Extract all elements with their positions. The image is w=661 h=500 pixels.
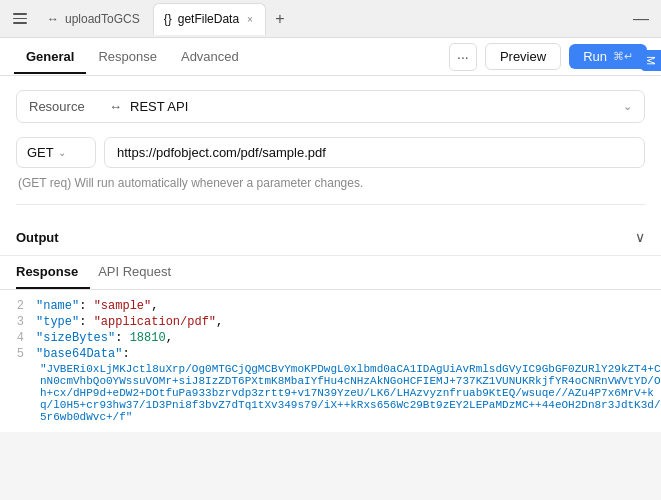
tab-advanced[interactable]: Advanced bbox=[169, 41, 251, 74]
resource-value: REST API bbox=[130, 99, 623, 114]
line-content-4: "sizeBytes": 18810, bbox=[36, 331, 661, 345]
run-shortcut: ⌘↵ bbox=[613, 50, 633, 63]
output-section: Output ∨ Response API Request 2 "name": … bbox=[0, 219, 661, 432]
top-bar: ↔ uploadToGCS {} getFileData × + — bbox=[0, 0, 661, 38]
tab2-close-icon[interactable]: × bbox=[245, 13, 255, 26]
resource-label: Resource bbox=[29, 99, 109, 114]
method-select[interactable]: GET ⌄ bbox=[16, 137, 96, 168]
resource-icon: ↔ bbox=[109, 99, 122, 114]
code-line-3: 3 "type": "application/pdf", bbox=[0, 314, 661, 330]
key-type: "type" bbox=[36, 315, 79, 329]
tab1-label: uploadToGCS bbox=[65, 12, 140, 26]
line-num-5: 5 bbox=[0, 347, 36, 361]
line-content-5: "base64Data": bbox=[36, 347, 661, 361]
val-size-bytes: 18810 bbox=[130, 331, 166, 345]
more-options-button[interactable]: ··· bbox=[449, 43, 477, 71]
menu-icon[interactable] bbox=[8, 7, 32, 31]
method-label: GET bbox=[27, 145, 54, 160]
response-tabs: Response API Request bbox=[0, 256, 661, 290]
preview-button[interactable]: Preview bbox=[485, 43, 561, 70]
line-num-long bbox=[0, 363, 36, 423]
response-tab-response[interactable]: Response bbox=[16, 256, 90, 289]
key-base64-data: "base64Data" bbox=[36, 347, 122, 361]
code-line-long: "JVBERi0xLjMKJctl8uXrp/Og0MTGCjQgMCBvYmo… bbox=[0, 362, 661, 424]
tabs-row: ↔ uploadToGCS {} getFileData × + bbox=[36, 3, 625, 35]
add-tab-button[interactable]: + bbox=[268, 7, 292, 31]
tab2-icon: {} bbox=[164, 12, 172, 26]
val-type: "application/pdf" bbox=[94, 315, 216, 329]
line-content-2: "name": "sample", bbox=[36, 299, 661, 313]
toolbar-actions: ··· Preview Run ⌘↵ bbox=[449, 43, 647, 71]
output-header: Output ∨ bbox=[0, 219, 661, 256]
tab-upload-to-gcs[interactable]: ↔ uploadToGCS bbox=[36, 3, 151, 35]
val-base64-data: "JVBERi0xLjMKJctl8uXrp/Og0MTGCjQgMCBvYmo… bbox=[36, 363, 661, 423]
right-sidebar-tab[interactable]: M bbox=[641, 50, 661, 71]
section-divider bbox=[16, 204, 645, 205]
url-input[interactable] bbox=[104, 137, 645, 168]
code-output: 2 "name": "sample", 3 "type": "applicati… bbox=[0, 290, 661, 432]
main-content: Resource ↔ REST API ⌄ GET ⌄ (GET req) Wi… bbox=[0, 76, 661, 219]
response-tab-api-request[interactable]: API Request bbox=[98, 256, 183, 289]
run-label: Run bbox=[583, 49, 607, 64]
key-size-bytes: "sizeBytes" bbox=[36, 331, 115, 345]
key-name: "name" bbox=[36, 299, 79, 313]
line-num-4: 4 bbox=[0, 331, 36, 345]
line-content-3: "type": "application/pdf", bbox=[36, 315, 661, 329]
tab-response[interactable]: Response bbox=[86, 41, 169, 74]
tab2-label: getFileData bbox=[178, 12, 239, 26]
collapse-button[interactable]: — bbox=[629, 7, 653, 31]
output-chevron-icon[interactable]: ∨ bbox=[635, 229, 645, 245]
tab-general[interactable]: General bbox=[14, 41, 86, 74]
val-name: "sample" bbox=[94, 299, 152, 313]
method-chevron-icon: ⌄ bbox=[58, 147, 66, 158]
hint-text: (GET req) Will run automatically wheneve… bbox=[16, 176, 645, 190]
tab-get-file-data[interactable]: {} getFileData × bbox=[153, 3, 266, 35]
run-button[interactable]: Run ⌘↵ bbox=[569, 44, 647, 69]
sub-tabs-bar: General Response Advanced ··· Preview Ru… bbox=[0, 38, 661, 76]
output-title: Output bbox=[16, 230, 59, 245]
resource-chevron-icon: ⌄ bbox=[623, 100, 632, 113]
url-row: GET ⌄ bbox=[16, 137, 645, 168]
line-num-2: 2 bbox=[0, 299, 36, 313]
code-line-5: 5 "base64Data": bbox=[0, 346, 661, 362]
code-line-2: 2 "name": "sample", bbox=[0, 298, 661, 314]
code-line-4: 4 "sizeBytes": 18810, bbox=[0, 330, 661, 346]
resource-row[interactable]: Resource ↔ REST API ⌄ bbox=[16, 90, 645, 123]
tab1-icon: ↔ bbox=[47, 12, 59, 26]
line-num-3: 3 bbox=[0, 315, 36, 329]
